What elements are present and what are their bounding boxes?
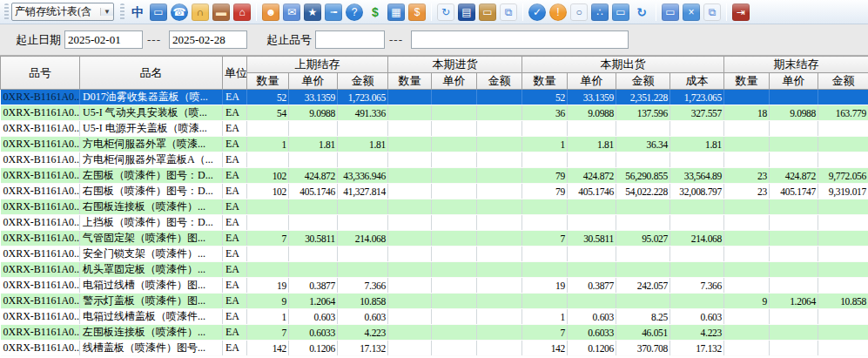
cell-out-amount — [616, 247, 670, 262]
col-header-end-price[interactable]: 单价 — [770, 73, 818, 90]
report-selector[interactable]: 产销存统计表(含 ▼ — [11, 3, 114, 21]
report-icon[interactable]: ▤ — [458, 3, 475, 21]
item-to-input[interactable] — [411, 30, 629, 49]
group-header-previous-balance[interactable]: 上期结存 — [247, 57, 388, 73]
table-row[interactable]: 0XRX-B1161A0...左围板连接板（喷漆件）...EA70.60334.… — [1, 325, 868, 341]
cascade-windows-icon[interactable]: ⧉ — [703, 3, 721, 21]
cell-out-qty: 52 — [522, 90, 568, 105]
cell-end-amount — [818, 215, 868, 231]
cell-prev-price: 424.872 — [289, 168, 338, 184]
computer-icon[interactable]: ▭ — [150, 3, 167, 21]
close-window-icon[interactable]: × — [683, 3, 700, 21]
document-search-icon[interactable]: ○ — [570, 3, 588, 21]
cell-prev-qty: 1 — [247, 309, 289, 325]
col-header-item-no[interactable]: 品号 — [1, 57, 80, 90]
cell-out-amount: 95.027 — [616, 231, 670, 247]
table-row[interactable]: 0XRX-B1161A0...D017油雾收集器盖板（喷...EA5233.13… — [1, 90, 868, 105]
col-header-in-qty[interactable]: 数量 — [388, 73, 432, 90]
table-row[interactable]: 0XRX-B1161A0...线槽盖板（喷漆件）图号...EA1420.1206… — [1, 341, 868, 356]
language-switch-icon[interactable]: 中 — [129, 3, 146, 21]
group-header-period-inbound[interactable]: 本期进货 — [388, 57, 522, 73]
cell-in-price — [432, 341, 477, 356]
cell-prev-price: 9.0988 — [289, 105, 338, 121]
cell-out-cost: 32,008.797 — [670, 184, 724, 199]
cell-in-qty — [388, 184, 432, 199]
cell-item-name: 左围板连接板（喷漆件）... — [80, 325, 223, 341]
col-header-out-amount[interactable]: 金额 — [616, 73, 670, 90]
group-header-period-outbound[interactable]: 本期出货 — [522, 57, 724, 73]
col-header-out-price[interactable]: 单价 — [568, 73, 616, 90]
table-row[interactable]: 0XRX-B1161A0...电箱过线槽（喷漆件）图...EA190.38777… — [1, 278, 868, 294]
table-row[interactable]: 0XRX-B1161A0...电箱过线槽盖板（喷漆件...EA10.6030.6… — [1, 309, 868, 325]
cell-in-price — [432, 105, 477, 121]
table-row[interactable]: 0XRX-B1161A0...气管固定架（喷漆件）图...EA730.58112… — [1, 231, 868, 247]
briefcase-icon[interactable]: ▬ — [212, 3, 230, 21]
document-refresh-icon[interactable]: ↻ — [437, 3, 454, 21]
cell-prev-qty: 9 — [247, 294, 289, 309]
approve-icon[interactable]: ✓ — [528, 3, 546, 21]
copy-icon[interactable]: ⧉ — [500, 3, 517, 21]
cell-prev-qty: 54 — [247, 105, 289, 121]
table-row[interactable]: 0XRX-B1161A0...方电柜伺服器外罩盖板A（...EA — [1, 152, 868, 168]
item-from-input[interactable] — [315, 30, 385, 49]
monitor-cursor-icon[interactable]: ▭ — [612, 3, 629, 21]
toolbar-separator — [256, 3, 257, 21]
window-icon[interactable]: ▭ — [662, 3, 679, 21]
cell-out-qty — [522, 247, 568, 262]
col-header-prev-price[interactable]: 单价 — [289, 73, 338, 90]
home-icon[interactable]: ⌂ — [233, 3, 251, 21]
archive-icon[interactable]: ▭ — [479, 3, 496, 21]
orgchart-icon[interactable]: ∴ — [591, 3, 609, 21]
cell-out-price — [568, 215, 616, 231]
col-header-prev-amount[interactable]: 金额 — [338, 73, 388, 90]
col-header-end-amount[interactable]: 金额 — [818, 73, 868, 90]
col-header-in-amount[interactable]: 金额 — [477, 73, 522, 90]
table-row[interactable]: 0XRX-B1161A0...U5-I 电源开关盖板（喷漆...EA — [1, 121, 868, 137]
col-header-out-cost[interactable]: 成本 — [670, 73, 724, 90]
mail-icon[interactable]: ✉ — [283, 3, 300, 21]
filter-bar: 起止日期 --- 起止品号 --- — [0, 24, 868, 56]
cell-out-qty: 1 — [522, 309, 568, 325]
lock-icon[interactable]: ∩ — [192, 3, 209, 21]
table-row[interactable]: 0XRX-B1161A0...警示灯盖板（喷漆件）图...EA91.206410… — [1, 294, 868, 309]
table-row[interactable]: 0XRX-B1161A0...右围板（喷漆件）图号：D...EA102405.1… — [1, 184, 868, 199]
col-header-end-qty[interactable]: 数量 — [724, 73, 770, 90]
table-row[interactable]: 0XRX-B1161A0...方电柜伺服器外罩（喷漆...EA11.811.81… — [1, 137, 868, 152]
money-icon[interactable]: $ — [367, 3, 384, 21]
customer-finance-icon[interactable]: $ — [408, 3, 426, 21]
table-row[interactable]: 0XRX-B1161A0...安全门锁支架（喷漆件）...EA — [1, 247, 868, 262]
key-icon[interactable]: ╼ — [325, 3, 342, 21]
table-row[interactable]: 0XRX-B1161A0...右围板连接板（喷漆件）...EA — [1, 199, 868, 215]
col-header-unit[interactable]: 单位 — [223, 57, 247, 90]
phone-icon[interactable]: ☎ — [171, 3, 188, 21]
address-book-icon[interactable]: ★ — [304, 3, 321, 21]
cart-icon[interactable]: ▦ — [387, 3, 405, 21]
cell-prev-qty — [247, 215, 289, 231]
refresh-icon[interactable]: ↻ — [633, 3, 650, 21]
users-icon[interactable]: ☻ — [262, 3, 279, 21]
cell-out-amount: 2,351.228 — [616, 90, 670, 105]
table-row[interactable]: 0XRX-B1161A0...U5-I 气动夹具安装板（喷...EA549.09… — [1, 105, 868, 121]
exit-icon[interactable]: ⇥ — [732, 3, 750, 21]
help-icon[interactable]: ? — [346, 3, 363, 21]
date-from-input[interactable] — [64, 30, 143, 49]
cell-out-cost: 4.223 — [670, 325, 724, 341]
col-header-out-qty[interactable]: 数量 — [522, 73, 568, 90]
cell-out-cost — [670, 247, 724, 262]
table-row[interactable]: 0XRX-B1161A0...左围板（喷漆件）图号：D...EA102424.8… — [1, 168, 868, 184]
table-row[interactable]: 0XRX-B1161A0...上挡板（喷漆件）图号：D...EA — [1, 215, 868, 231]
cell-end-price — [770, 215, 818, 231]
table-row[interactable]: 0XRX-B1161A0...机头罩固定板（喷漆件）...EA — [1, 262, 868, 278]
cell-end-amount — [818, 325, 868, 341]
cell-end-price: 9.0988 — [770, 105, 818, 121]
col-header-prev-qty[interactable]: 数量 — [247, 73, 289, 90]
col-header-in-price[interactable]: 单价 — [432, 73, 477, 90]
cell-out-price: 424.872 — [568, 168, 616, 184]
cell-end-qty — [724, 152, 770, 168]
date-to-input[interactable] — [169, 30, 247, 49]
cell-out-cost: 17.132 — [670, 341, 724, 356]
bell-icon[interactable]: ! — [549, 3, 567, 21]
group-header-ending-balance[interactable]: 期末结存 — [724, 57, 868, 73]
cell-end-amount: 9,772.056 — [818, 168, 868, 184]
col-header-item-name[interactable]: 品名 — [80, 57, 223, 90]
